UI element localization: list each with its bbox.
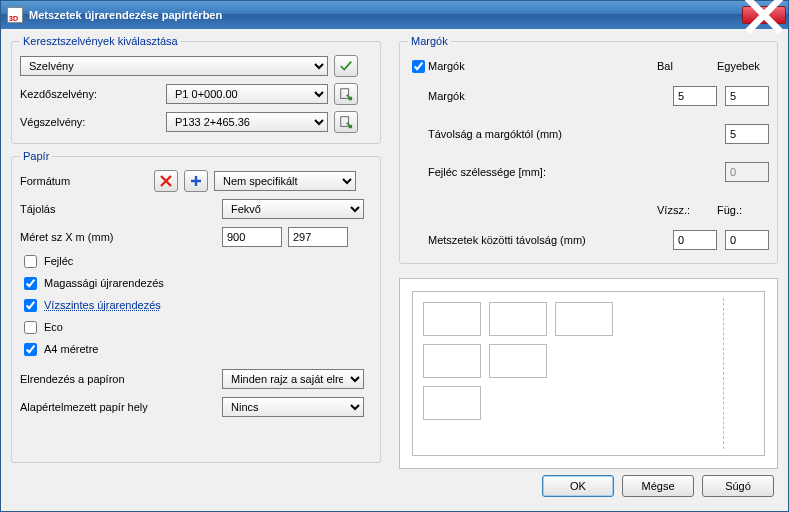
preview-pane xyxy=(399,278,778,469)
preview-margin-line xyxy=(723,298,724,449)
format-select[interactable]: Nem specifikált xyxy=(214,171,356,191)
a4-label: A4 méretre xyxy=(44,343,98,355)
layout-select[interactable]: Minden rajz a saját elrendezésben xyxy=(222,369,364,389)
distance-label: Távolság a margóktól (mm) xyxy=(428,128,638,140)
svg-rect-1 xyxy=(341,117,349,127)
eco-checkbox[interactable] xyxy=(24,321,37,334)
margins-group: Margók Margók Bal Egyebek Margók xyxy=(399,35,778,264)
default-paper-label: Alapértelmezett papír hely xyxy=(20,401,216,413)
start-section-select[interactable]: P1 0+000.00 xyxy=(166,84,328,104)
preview-row xyxy=(423,302,754,336)
height-reorder-checkbox[interactable] xyxy=(24,277,37,290)
between-vert-input[interactable] xyxy=(725,230,769,250)
pick-end-button[interactable] xyxy=(334,111,358,133)
help-button[interactable]: Súgó xyxy=(702,475,774,497)
preview-sheet xyxy=(412,291,765,456)
end-section-label: Végszelvény: xyxy=(20,116,160,128)
default-paper-select[interactable]: Nincs xyxy=(222,397,364,417)
svg-rect-0 xyxy=(341,89,349,99)
app-icon: 3D xyxy=(7,7,23,23)
preview-row xyxy=(423,344,754,378)
horiz-reorder-label[interactable]: Vízszintes újrarendezés xyxy=(44,299,161,311)
section-select[interactable]: Szelvény xyxy=(20,56,328,76)
margins-legend: Margók xyxy=(408,35,451,47)
margin-left-input[interactable] xyxy=(673,86,717,106)
ok-button[interactable]: OK xyxy=(542,475,614,497)
end-section-select[interactable]: P133 2+465.36 xyxy=(166,112,328,132)
paper-group: Papír Formátum Nem specifikált Tájolás xyxy=(11,150,381,463)
margins-enable-label: Margók xyxy=(428,60,578,72)
col-others-header: Egyebek xyxy=(717,60,769,72)
size-label: Méret sz X m (mm) xyxy=(20,231,216,243)
cross-section-legend: Keresztszelvények kiválasztása xyxy=(20,35,181,47)
pick-start-button[interactable] xyxy=(334,83,358,105)
col-left-header: Bal xyxy=(657,60,709,72)
cross-section-group: Keresztszelvények kiválasztása Szelvény … xyxy=(11,35,381,144)
format-label: Formátum xyxy=(20,175,148,187)
between-horiz-input[interactable] xyxy=(673,230,717,250)
dialog-window: 3D Metszetek újrarendezése papírtérben K… xyxy=(0,0,789,512)
remove-format-button[interactable] xyxy=(154,170,178,192)
orientation-select[interactable]: Fekvő xyxy=(222,199,364,219)
header-width-input xyxy=(725,162,769,182)
a4-checkbox[interactable] xyxy=(24,343,37,356)
margins-row-label: Margók xyxy=(428,90,578,102)
preview-rect xyxy=(423,386,481,420)
preview-row xyxy=(423,386,754,420)
height-reorder-label: Magassági újrarendezés xyxy=(44,277,164,289)
margin-others-input[interactable] xyxy=(725,86,769,106)
window-title: Metszetek újrarendezése papírtérben xyxy=(29,9,742,21)
col-horiz-header: Vízsz.: xyxy=(657,204,709,216)
size-width-input[interactable] xyxy=(222,227,282,247)
preview-rect xyxy=(555,302,613,336)
close-button[interactable] xyxy=(742,6,786,24)
titlebar: 3D Metszetek újrarendezése papírtérben xyxy=(1,1,788,29)
layout-label: Elrendezés a papíron xyxy=(20,373,216,385)
horiz-reorder-checkbox[interactable] xyxy=(24,299,37,312)
paper-legend: Papír xyxy=(20,150,52,162)
confirm-section-button[interactable] xyxy=(334,55,358,77)
header-width-label: Fejléc szélessége [mm]: xyxy=(428,166,638,178)
size-height-input[interactable] xyxy=(288,227,348,247)
preview-rect xyxy=(423,302,481,336)
cancel-button[interactable]: Mégse xyxy=(622,475,694,497)
check-icon xyxy=(339,59,353,73)
preview-rect xyxy=(489,344,547,378)
header-checkbox[interactable] xyxy=(24,255,37,268)
add-format-button[interactable] xyxy=(184,170,208,192)
margins-enable-checkbox[interactable] xyxy=(412,60,425,73)
x-icon xyxy=(159,174,173,188)
preview-rect xyxy=(489,302,547,336)
eco-label: Eco xyxy=(44,321,63,333)
dialog-footer: OK Mégse Súgó xyxy=(11,469,778,503)
pick-icon xyxy=(339,115,353,129)
preview-rect xyxy=(423,344,481,378)
between-label: Metszetek közötti távolság (mm) xyxy=(428,234,618,246)
col-vert-header: Füg.: xyxy=(717,204,769,216)
plus-icon xyxy=(189,174,203,188)
header-checkbox-label: Fejléc xyxy=(44,255,73,267)
orientation-label: Tájolás xyxy=(20,203,216,215)
start-section-label: Kezdőszelvény: xyxy=(20,88,160,100)
distance-input[interactable] xyxy=(725,124,769,144)
pick-icon xyxy=(339,87,353,101)
